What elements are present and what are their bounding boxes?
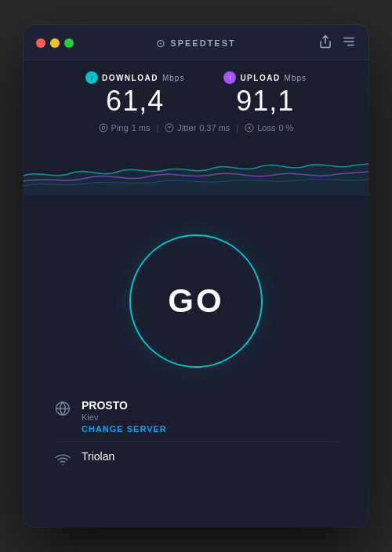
jitter-value: 0,37 ms: [199, 123, 230, 133]
jitter-icon: [165, 123, 174, 133]
isp-item: Triolan: [55, 442, 337, 479]
graph-area: [24, 140, 368, 195]
isp-name: Triolan: [82, 450, 114, 463]
isp-info: Triolan: [82, 450, 114, 463]
download-unit: Mbps: [162, 74, 184, 82]
app-window: ⊙ SPEEDTEST: [24, 25, 368, 527]
ping-item: Ping 1 ms: [99, 123, 151, 133]
app-title-area: ⊙ SPEEDTEST: [156, 37, 235, 49]
svg-point-5: [102, 126, 105, 129]
share-icon[interactable]: [318, 34, 332, 52]
upload-unit: Mbps: [285, 74, 307, 82]
main-content: GO PROSTO Kiev CHANGE SERVER: [24, 195, 368, 527]
upload-value: 91,1: [223, 85, 307, 117]
change-server-button[interactable]: CHANGE SERVER: [82, 424, 167, 434]
minimize-button[interactable]: [50, 38, 60, 48]
download-label: DOWNLOAD: [102, 74, 158, 82]
go-label: GO: [168, 282, 223, 320]
jitter-item: Jitter 0,37 ms: [165, 123, 230, 133]
separator-1: |: [156, 123, 158, 133]
title-bar: ⊙ SPEEDTEST: [24, 25, 368, 60]
server-info: PROSTO Kiev CHANGE SERVER: [82, 399, 167, 434]
stats-area: ↓ DOWNLOAD Mbps 61,4 ↑ UPLOAD Mbps 91,1: [24, 60, 368, 137]
jitter-label: Jitter: [177, 123, 196, 133]
ping-label: Ping: [111, 123, 129, 133]
svg-point-4: [100, 124, 107, 132]
server-name: PROSTO: [82, 399, 167, 412]
ping-value: 1 ms: [132, 123, 151, 133]
app-title: SPEEDTEST: [170, 38, 235, 48]
loss-item: Loss 0 %: [245, 123, 293, 133]
traffic-lights: [36, 38, 74, 48]
upload-block: ↑ UPLOAD Mbps 91,1: [223, 71, 307, 117]
loss-icon: [245, 123, 254, 133]
speedtest-icon: ⊙: [156, 37, 165, 49]
loss-value: 0 %: [278, 123, 293, 133]
separator-2: |: [236, 123, 238, 133]
wifi-icon: [55, 452, 71, 471]
upload-icon: ↑: [223, 71, 236, 84]
server-location: Kiev: [82, 412, 167, 422]
close-button[interactable]: [36, 38, 45, 48]
download-value: 61,4: [85, 85, 184, 117]
ping-row: Ping 1 ms | Jitter 0,37 ms | Loss: [39, 123, 353, 133]
ping-icon: [99, 123, 108, 133]
download-block: ↓ DOWNLOAD Mbps 61,4: [85, 71, 184, 117]
download-label-row: ↓ DOWNLOAD Mbps: [85, 71, 184, 84]
go-button[interactable]: GO: [129, 234, 263, 368]
maximize-button[interactable]: [64, 38, 74, 48]
title-actions: [318, 34, 356, 52]
server-item: PROSTO Kiev CHANGE SERVER: [55, 391, 337, 442]
globe-icon: [55, 401, 71, 420]
wave-graph: [24, 140, 368, 195]
settings-icon[interactable]: [342, 34, 356, 52]
speed-row: ↓ DOWNLOAD Mbps 61,4 ↑ UPLOAD Mbps 91,1: [39, 71, 353, 117]
upload-label-row: ↑ UPLOAD Mbps: [223, 71, 307, 84]
upload-label: UPLOAD: [240, 74, 280, 82]
server-section: PROSTO Kiev CHANGE SERVER Triolan: [39, 391, 353, 479]
download-icon: ↓: [85, 71, 98, 84]
loss-label: Loss: [257, 123, 275, 133]
